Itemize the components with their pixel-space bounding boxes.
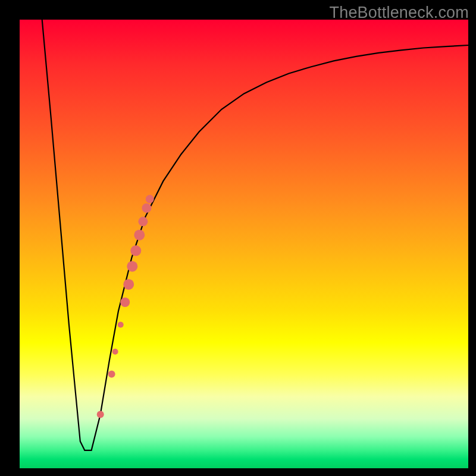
data-marker: [97, 411, 104, 418]
data-marker: [123, 279, 134, 290]
data-marker: [142, 203, 151, 213]
data-marker: [138, 217, 148, 226]
data-marker: [127, 261, 137, 272]
curve-layer: [20, 20, 468, 468]
bottleneck-curve: [42, 20, 468, 450]
chart-frame: TheBottleneck.com: [0, 0, 476, 476]
data-marker: [130, 245, 141, 256]
plot-area: [20, 20, 468, 468]
data-marker: [120, 298, 130, 307]
data-marker: [134, 230, 145, 240]
data-marker: [112, 349, 118, 355]
data-marker: [146, 195, 154, 203]
data-marker: [118, 322, 124, 328]
data-marker: [108, 371, 115, 378]
